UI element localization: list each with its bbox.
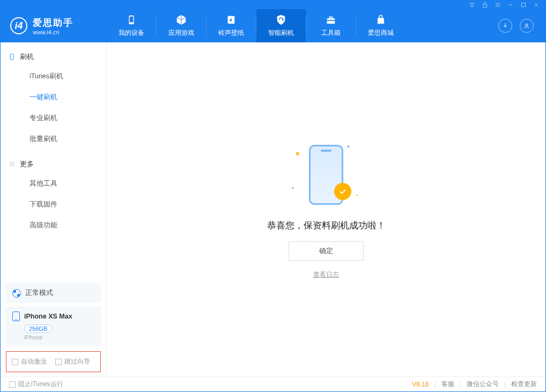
separator: | [460, 381, 461, 388]
nav-label: 工具箱 [321, 28, 341, 38]
nav: 我的设备 应用游戏 铃声壁纸 智能刷机 工具箱 [107, 9, 405, 42]
phone-icon [126, 14, 137, 26]
block-itunes-checkbox[interactable]: 阻止iTunes运行 [9, 380, 63, 389]
close-icon[interactable] [533, 1, 540, 9]
svg-point-7 [526, 24, 528, 26]
nav-label: 铃声壁纸 [218, 28, 244, 38]
group-label: 更多 [20, 159, 34, 169]
nav-device[interactable]: 我的设备 [107, 9, 156, 42]
app-window: i4 爱思助手 www.i4.cn 我的设备 应用游戏 铃声壁纸 [0, 0, 546, 392]
header-actions [498, 19, 545, 33]
app-site: www.i4.cn [33, 29, 73, 35]
device-mode[interactable]: 正常模式 [6, 283, 101, 303]
spark-icon: ✦ [345, 143, 351, 149]
music-icon [225, 14, 237, 26]
logo[interactable]: i4 爱思助手 www.i4.cn [10, 17, 107, 35]
nav-store[interactable]: 爱思商城 [356, 9, 405, 42]
body: 刷机 iTunes刷机 一键刷机 专业刷机 批量刷机 更多 其他工具 下载固件 … [1, 42, 545, 376]
maximize-icon[interactable] [520, 1, 527, 9]
checkbox-icon [9, 381, 16, 388]
cube-icon [175, 14, 187, 26]
spark-icon: ✦ [290, 186, 296, 191]
svg-rect-6 [327, 20, 335, 21]
nav-label: 应用游戏 [168, 28, 194, 38]
shield-refresh-icon [275, 14, 287, 26]
sidebar-item-advanced[interactable]: 高级功能 [1, 215, 106, 236]
sidebar-item-onekey[interactable]: 一键刷机 [1, 87, 106, 108]
sidebar-item-other[interactable]: 其他工具 [1, 173, 106, 194]
success-illustration: ✦ ✦ ✦ ✦ [291, 140, 361, 210]
nav-apps[interactable]: 应用游戏 [157, 9, 206, 42]
sidebar-item-batch[interactable]: 批量刷机 [1, 129, 106, 150]
skip-guide-checkbox[interactable]: 跳过向导 [55, 357, 90, 366]
sidebar-group-flash[interactable]: 刷机 [1, 42, 106, 66]
minimize-icon[interactable] [507, 1, 514, 9]
nav-label: 爱思商城 [368, 28, 394, 38]
lock-icon[interactable] [481, 1, 489, 9]
success-check-icon [334, 183, 351, 200]
auto-activate-checkbox[interactable]: 自动激活 [12, 357, 47, 366]
svg-rect-4 [327, 18, 335, 24]
device-name: iPhone XS Max [24, 313, 72, 320]
logo-text: 爱思助手 www.i4.cn [33, 17, 73, 35]
list-icon [8, 160, 16, 168]
bag-icon [375, 14, 387, 26]
menu-icon[interactable] [494, 1, 501, 9]
success-message: 恭喜您，保资料刷机成功啦！ [267, 219, 386, 232]
sidebar: 刷机 iTunes刷机 一键刷机 专业刷机 批量刷机 更多 其他工具 下载固件 … [1, 42, 107, 376]
group-label: 刷机 [20, 52, 34, 62]
wechat-link[interactable]: 微信公众号 [467, 380, 499, 389]
phone-icon [12, 312, 20, 321]
spark-icon: ✦ [292, 149, 303, 159]
ok-button[interactable]: 确定 [289, 241, 364, 261]
nav-ring[interactable]: 铃声壁纸 [206, 9, 256, 42]
toolbox-icon [325, 14, 337, 26]
options-row: 自动激活 跳过向导 [6, 351, 101, 372]
nav-label: 我的设备 [119, 28, 144, 38]
nav-tools[interactable]: 工具箱 [306, 9, 356, 42]
nav-flash[interactable]: 智能刷机 [256, 9, 306, 42]
separator: | [504, 381, 506, 388]
support-link[interactable]: 客服 [441, 380, 454, 389]
sidebar-item-pro[interactable]: 专业刷机 [1, 108, 106, 129]
checkbox-label: 自动激活 [21, 357, 47, 366]
header: i4 爱思助手 www.i4.cn 我的设备 应用游戏 铃声壁纸 [1, 9, 545, 42]
sidebar-group-more[interactable]: 更多 [1, 150, 106, 173]
svg-rect-0 [522, 3, 526, 7]
checkbox-label: 跳过向导 [64, 357, 90, 366]
mode-label: 正常模式 [25, 289, 53, 298]
device-capacity: 256GB [24, 324, 52, 333]
titlebar [1, 1, 545, 9]
footer-right: V8.16 | 客服 | 微信公众号 | 检查更新 [412, 380, 537, 389]
main-content: ✦ ✦ ✦ ✦ 恭喜您，保资料刷机成功啦！ 确定 查看日志 [107, 42, 545, 376]
device-type: iPhone [24, 334, 94, 341]
spark-icon: ✦ [355, 193, 360, 198]
device-card[interactable]: iPhone XS Max 256GB iPhone [6, 306, 101, 346]
sidebar-item-itunes[interactable]: iTunes刷机 [1, 66, 106, 87]
svg-rect-8 [10, 54, 13, 60]
checkbox-icon [12, 359, 18, 365]
footer: 阻止iTunes运行 V8.16 | 客服 | 微信公众号 | 检查更新 [1, 376, 545, 391]
user-button[interactable] [520, 19, 534, 33]
download-button[interactable] [498, 19, 512, 33]
svg-rect-5 [329, 17, 333, 19]
separator: | [434, 381, 436, 388]
svg-rect-2 [130, 17, 133, 23]
version-label: V8.16 [412, 381, 429, 388]
sidebar-item-firmware[interactable]: 下载固件 [1, 194, 106, 215]
device-icon [8, 53, 16, 61]
view-log-link[interactable]: 查看日志 [313, 270, 339, 279]
sidebar-bottom: 正常模式 iPhone XS Max 256GB iPhone 自动激活 [1, 280, 106, 376]
checkbox-icon [55, 359, 62, 365]
mode-icon [12, 289, 21, 298]
app-title: 爱思助手 [33, 17, 73, 29]
check-update-link[interactable]: 检查更新 [511, 380, 537, 389]
logo-icon: i4 [10, 17, 27, 34]
tshirt-icon[interactable] [468, 1, 476, 9]
checkbox-label: 阻止iTunes运行 [18, 380, 63, 389]
nav-label: 智能刷机 [268, 28, 294, 38]
